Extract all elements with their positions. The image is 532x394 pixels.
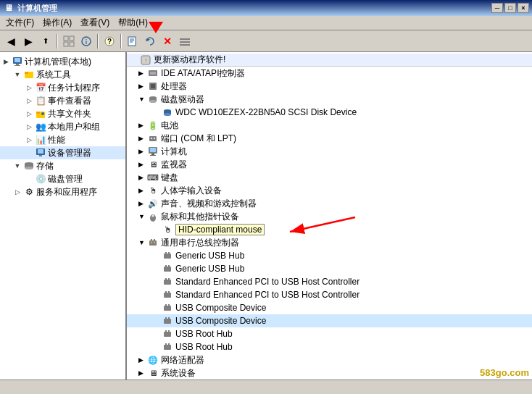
left-panel: ▶ 计算机管理(本地) ▼ 系统工具 ▷ 📅 任务计划程序: [0, 52, 127, 380]
expand-mon: ▶: [138, 161, 147, 168]
device-usb-composite2[interactable]: USB Composite Device: [127, 314, 532, 327]
device-wdc[interactable]: WDC WD10EZEX-22BN5A0 SCSI Disk Device: [127, 106, 532, 119]
svg-rect-56: [154, 239, 155, 241]
tree-storage[interactable]: ▼ 存储: [0, 159, 125, 172]
help-button[interactable]: ?: [101, 33, 117, 49]
tree-local-users[interactable]: ▷ 👥 本地用户和组: [0, 120, 125, 133]
settings-button[interactable]: [177, 33, 193, 49]
usb-composite1-icon: [162, 302, 173, 314]
device-hid-mouse[interactable]: 🖱 HID-compliant mouse: [127, 223, 532, 236]
tree-task-scheduler[interactable]: ▷ 📅 任务计划程序: [0, 81, 125, 94]
properties-button[interactable]: i: [78, 33, 94, 49]
device-usb-hub1[interactable]: Generic USB Hub: [127, 249, 532, 262]
hid-mouse-icon: 🖱: [162, 224, 173, 235]
menu-file[interactable]: 文件(F): [1, 15, 38, 30]
device-keyboard[interactable]: ▶ ⌨ 键盘: [127, 171, 532, 184]
tree-event-viewer[interactable]: ▷ 📋 事件查看器: [0, 94, 125, 107]
svg-rect-72: [165, 304, 167, 306]
right-panel: ↑ 更新驱动程序软件! ▶ IDE ATA/ATAPI控制器 ▶: [127, 52, 532, 380]
svg-point-57: [151, 242, 152, 243]
maximize-button[interactable]: □: [504, 3, 516, 13]
up-button[interactable]: ⬆: [38, 33, 54, 49]
svg-point-31: [25, 167, 33, 169]
expand-cpu: ▶: [138, 83, 147, 90]
expand-root: ▶: [0, 58, 12, 65]
svg-rect-18: [14, 58, 20, 62]
device-usb-root1[interactable]: USB Root Hub: [127, 327, 532, 340]
device-system[interactable]: ▶ 🖥 系统设备: [127, 366, 532, 380]
svg-rect-8: [128, 37, 136, 46]
back-button[interactable]: ◀: [3, 33, 19, 49]
svg-rect-3: [70, 42, 74, 46]
device-sound-label: 声音、视频和游戏控制器: [161, 198, 257, 210]
tree-system-tools[interactable]: ▼ 系统工具: [0, 68, 125, 81]
svg-rect-66: [165, 278, 167, 280]
close-button[interactable]: ×: [518, 3, 529, 13]
svg-rect-0: [64, 36, 68, 41]
delete-button[interactable]: ✕: [159, 33, 175, 49]
tree-root[interactable]: ▶ 计算机管理(本地): [0, 55, 125, 68]
tree-performance[interactable]: ▷ 📊 性能: [0, 133, 125, 146]
expand-task: ▷: [23, 84, 35, 91]
device-hid[interactable]: ▶ 🖱 人体学输入设备: [127, 184, 532, 197]
menu-view[interactable]: 查看(V): [76, 15, 114, 30]
device-network[interactable]: ▶ 🌐 网络适配器: [127, 353, 532, 366]
expand-storage: ▼: [12, 162, 23, 169]
device-hid-mouse-label: HID-compliant mouse: [175, 224, 265, 235]
expand-system: ▼: [12, 71, 23, 78]
device-disks[interactable]: ▼ 磁盘驱动器: [127, 93, 532, 106]
device-pci2[interactable]: Standard Enhanced PCI to USB Host Contro…: [127, 288, 532, 301]
usb-category-icon: [147, 237, 159, 248]
battery-icon: 🔋: [147, 120, 159, 131]
menu-action[interactable]: 操作(A): [38, 15, 76, 30]
svg-rect-63: [165, 265, 167, 267]
device-monitor[interactable]: ▶ 🖥 监视器: [127, 158, 532, 171]
device-battery[interactable]: ▶ 🔋 电池: [127, 119, 532, 132]
device-keyboard-label: 键盘: [161, 172, 178, 184]
svg-rect-20: [14, 65, 20, 66]
window-controls[interactable]: ─ □ ×: [491, 3, 529, 13]
svg-rect-15: [180, 44, 190, 46]
device-usb-category[interactable]: ▼ 通用串行总线控制器: [127, 236, 532, 249]
device-sound[interactable]: ▶ 🔊 声音、视频和游戏控制器: [127, 197, 532, 210]
services-icon: ⚙: [23, 186, 35, 198]
device-cpu[interactable]: ▶ 处理器: [127, 80, 532, 93]
device-com[interactable]: ▶ 端口 (COM 和 LPT): [127, 132, 532, 145]
svg-rect-1: [70, 36, 74, 41]
expand-snd: ▶: [138, 200, 147, 207]
title-icon: 🖥: [3, 2, 14, 14]
expand-comp: ▶: [138, 148, 147, 155]
device-pci1[interactable]: Standard Enhanced PCI to USB Host Contro…: [127, 275, 532, 288]
tree-disk-mgmt[interactable]: 💿 磁盘管理: [0, 172, 125, 185]
device-mouse-category[interactable]: ▼ 鼠标和其他指针设备: [127, 210, 532, 223]
device-hid-label: 人体学输入设备: [161, 185, 222, 197]
minimize-button[interactable]: ─: [491, 3, 503, 13]
tree-services[interactable]: ▷ ⚙ 服务和应用程序: [0, 185, 125, 198]
tree-shared-label: 共享文件夹: [48, 108, 91, 120]
expand-disks: ▼: [138, 96, 147, 103]
device-usb-category-label: 通用串行总线控制器: [161, 237, 239, 249]
device-ide[interactable]: ▶ IDE ATA/ATAPI控制器: [127, 67, 532, 80]
network-icon: 🌐: [147, 354, 159, 366]
expand-users: ▷: [23, 123, 35, 130]
svg-rect-2: [64, 42, 68, 46]
header-row[interactable]: ↑ 更新驱动程序软件!: [127, 54, 532, 67]
tree-shared-folders[interactable]: ▷ 共享文件夹: [0, 107, 125, 120]
svg-rect-28: [39, 155, 42, 156]
view-button[interactable]: [61, 33, 77, 49]
device-usb-composite1-label: USB Composite Device: [175, 303, 266, 313]
svg-point-46: [154, 138, 155, 139]
export-button[interactable]: [125, 33, 141, 49]
device-usb-composite1[interactable]: USB Composite Device: [127, 301, 532, 314]
menu-help[interactable]: 帮助(H): [114, 15, 152, 30]
device-usb-hub2[interactable]: Generic USB Hub: [127, 262, 532, 275]
tree-device-manager[interactable]: 设备管理器: [0, 146, 125, 159]
ide-icon: [147, 67, 159, 79]
device-computer[interactable]: ▶ 计算机: [127, 145, 532, 158]
expand-event: ▷: [23, 97, 35, 104]
device-usb-root2[interactable]: USB Root Hub: [127, 340, 532, 353]
forward-button[interactable]: ▶: [20, 33, 36, 49]
monitor-icon: 🖥: [147, 159, 159, 170]
toolbar-separator-1: [57, 34, 58, 49]
refresh-button[interactable]: [142, 33, 158, 49]
